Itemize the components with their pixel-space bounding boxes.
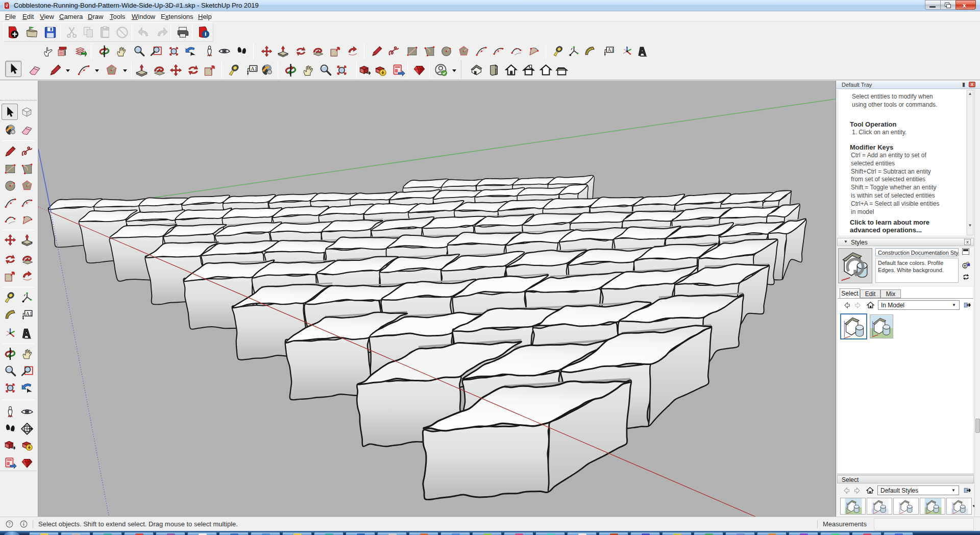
svg-text:A1: A1 <box>26 311 32 317</box>
svg-text:A1: A1 <box>251 66 257 71</box>
svg-text:?: ? <box>8 521 11 526</box>
svg-text:A1: A1 <box>607 47 614 53</box>
